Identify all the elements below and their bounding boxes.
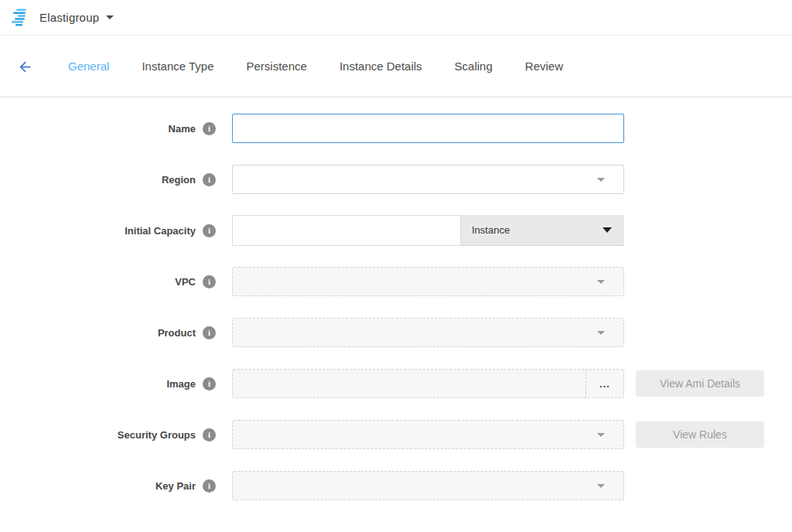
- form-row-region: Region i: [0, 165, 792, 194]
- chevron-down-icon: [106, 15, 114, 19]
- form-row-vpc: VPC i: [0, 267, 792, 296]
- info-icon[interactable]: i: [203, 326, 216, 339]
- info-icon[interactable]: i: [203, 224, 216, 237]
- image-browse-button[interactable]: ...: [585, 370, 623, 397]
- back-button[interactable]: [16, 58, 33, 75]
- tab-instance-details[interactable]: Instance Details: [340, 60, 422, 73]
- general-settings-form: Name i Region i Initial Capacity i Insta…: [0, 97, 792, 500]
- form-row-name: Name i: [0, 114, 792, 143]
- form-row-initial-capacity: Initial Capacity i Instance: [0, 215, 792, 246]
- form-row-image: Image i ... View Ami Details: [0, 369, 792, 398]
- form-row-product: Product i: [0, 318, 792, 347]
- form-row-key-pair: Key Pair i: [0, 471, 792, 500]
- caret-down-icon: [597, 331, 605, 335]
- info-icon[interactable]: i: [203, 479, 216, 493]
- caret-down-icon: [597, 484, 605, 488]
- wizard-tabbar: General Instance Type Persistence Instan…: [0, 36, 792, 97]
- product-label: Product: [158, 327, 196, 339]
- tab-review[interactable]: Review: [525, 60, 563, 73]
- info-icon[interactable]: i: [203, 377, 216, 390]
- caret-down-icon: [597, 178, 605, 182]
- key-pair-select: [232, 471, 624, 500]
- initial-capacity-label: Initial Capacity: [125, 225, 196, 237]
- back-arrow-icon: [17, 59, 33, 75]
- caret-down-icon: [603, 227, 612, 233]
- vpc-label: VPC: [175, 276, 196, 288]
- wizard-tabs: General Instance Type Persistence Instan…: [68, 60, 563, 73]
- tab-persistence[interactable]: Persistence: [247, 60, 307, 73]
- caret-down-icon: [597, 280, 605, 284]
- image-label: Image: [166, 378, 196, 390]
- elastigroup-product-menu[interactable]: Elastigroup: [11, 9, 114, 26]
- capacity-unit-value: Instance: [472, 224, 510, 236]
- tab-instance-type[interactable]: Instance Type: [142, 60, 213, 73]
- security-groups-select: [232, 420, 624, 449]
- vpc-select: [232, 267, 624, 296]
- info-icon[interactable]: i: [203, 428, 216, 442]
- app-header: Elastigroup: [0, 0, 792, 36]
- security-groups-label: Security Groups: [118, 429, 196, 441]
- tab-scaling[interactable]: Scaling: [455, 60, 493, 73]
- info-icon[interactable]: i: [203, 173, 216, 186]
- info-icon[interactable]: i: [203, 122, 216, 135]
- capacity-unit-select[interactable]: Instance: [461, 215, 624, 246]
- initial-capacity-input[interactable]: [232, 215, 461, 246]
- product-select: [232, 318, 624, 347]
- name-label: Name: [169, 123, 196, 135]
- caret-down-icon: [597, 433, 605, 437]
- tab-general[interactable]: General: [68, 60, 109, 73]
- view-rules-button[interactable]: View Rules: [636, 421, 764, 448]
- info-icon[interactable]: i: [203, 275, 216, 288]
- image-picker-field: ...: [232, 369, 624, 398]
- name-input[interactable]: [232, 114, 624, 143]
- region-select[interactable]: [232, 165, 624, 194]
- app-title: Elastigroup: [39, 11, 99, 24]
- region-label: Region: [162, 174, 196, 186]
- view-ami-details-button[interactable]: View Ami Details: [636, 370, 764, 397]
- form-row-security-groups: Security Groups i View Rules: [0, 420, 792, 449]
- key-pair-label: Key Pair: [155, 480, 196, 492]
- elastigroup-logo-icon: [11, 9, 31, 26]
